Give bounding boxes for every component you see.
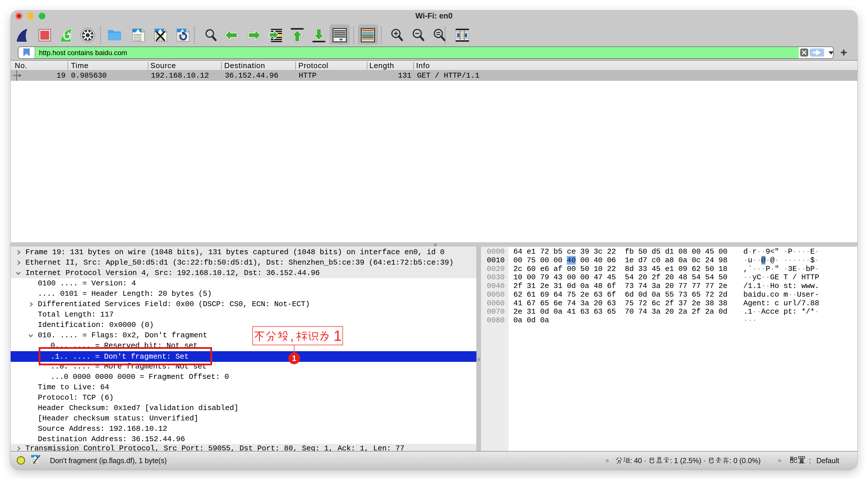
svg-text:01110: 01110 [134,39,142,42]
svg-text:000: 000 [32,458,35,460]
